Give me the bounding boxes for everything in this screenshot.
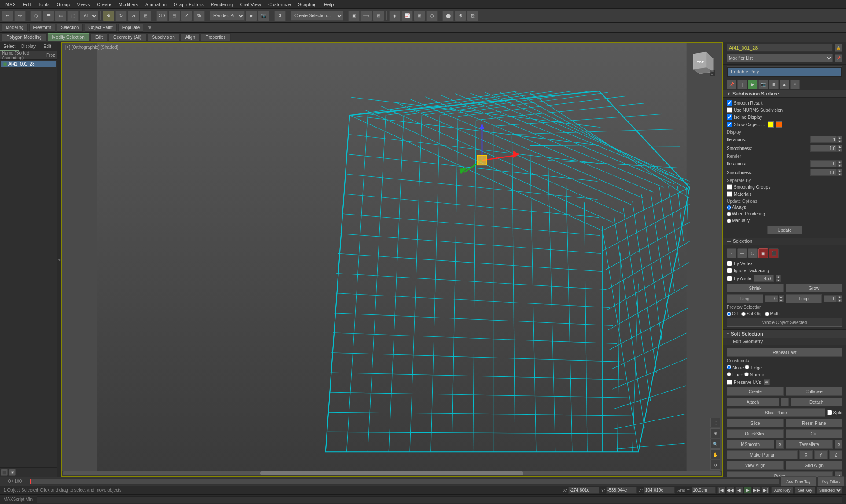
menu-views[interactable]: Views xyxy=(74,2,93,7)
always-radio-label[interactable]: Always xyxy=(727,205,746,210)
mod-active-btn[interactable]: ▶ xyxy=(748,80,758,89)
filter-dropdown[interactable]: All xyxy=(80,11,98,21)
when-rendering-radio-label[interactable]: When Rendering xyxy=(727,212,765,216)
timeline-track[interactable] xyxy=(30,478,779,485)
slice-plane-btn[interactable]: Slice Plane xyxy=(727,408,825,417)
layer-icon[interactable]: ⬛ xyxy=(1,469,8,476)
manually-radio-label[interactable]: Manually xyxy=(727,218,750,223)
redo-btn[interactable]: ↪ xyxy=(14,11,26,21)
soft-selection-collapse-btn[interactable]: + Soft Selection xyxy=(723,329,846,338)
maxscript-input[interactable] xyxy=(37,496,842,503)
angle-down[interactable]: ▼ xyxy=(776,278,781,282)
angle-up[interactable]: ▲ xyxy=(776,275,781,278)
loop-up[interactable]: ▲ xyxy=(837,295,842,299)
preview-multi-radio[interactable] xyxy=(765,312,769,316)
slice-btn[interactable]: Slice xyxy=(727,419,784,427)
menu-animation[interactable]: Animation xyxy=(142,2,170,7)
modifier-item-editable-poly[interactable]: Editable Poly xyxy=(728,68,841,76)
iterations-display-input[interactable] xyxy=(810,136,837,143)
shrink-btn[interactable]: Shrink xyxy=(727,284,784,292)
by-angle-input[interactable] xyxy=(754,275,774,282)
attach-list-btn[interactable]: ☰ xyxy=(781,398,789,406)
constraint-edge-radio[interactable] xyxy=(745,365,749,369)
constraint-normal-label[interactable]: Normal xyxy=(744,372,766,377)
constraint-normal-radio[interactable] xyxy=(744,372,749,376)
next-key-btn[interactable]: ▶▶ xyxy=(753,487,761,494)
light-icon[interactable]: ☀ xyxy=(9,469,16,476)
render-frame-window-btn[interactable]: 🖼 xyxy=(467,11,478,21)
update-button[interactable]: Update xyxy=(767,226,802,234)
tab-selection[interactable]: Selection xyxy=(57,24,83,32)
angle-snap-btn[interactable]: ∠ xyxy=(181,11,192,21)
ribbon-subdivision[interactable]: Subdivision xyxy=(147,33,180,41)
make-planar-btn[interactable]: Make Planar xyxy=(727,450,798,459)
smoothing-groups-checkbox[interactable] xyxy=(727,184,732,190)
ribbon-modify-selection[interactable]: Modify Selection xyxy=(48,33,89,41)
grid-input[interactable] xyxy=(692,487,716,494)
render-frame-btn[interactable]: 📷 xyxy=(258,11,269,21)
vertex-mode-btn[interactable]: · xyxy=(727,248,736,258)
mod-camera-btn[interactable]: 📷 xyxy=(758,80,768,89)
materials-checkbox[interactable] xyxy=(727,191,732,197)
x-btn[interactable]: X xyxy=(799,450,813,459)
play-back-btn[interactable]: ◀ xyxy=(735,487,743,494)
element-mode-btn[interactable]: ⬛ xyxy=(769,248,779,258)
menu-civil-view[interactable]: Civil View xyxy=(236,2,264,7)
open-slate-btn[interactable]: ◈ xyxy=(389,11,401,21)
ring-value-input[interactable] xyxy=(765,295,778,302)
isoline-display-checkbox[interactable] xyxy=(727,114,732,120)
rotate-btn[interactable]: ↻ xyxy=(115,11,127,21)
collapse-btn[interactable]: Collapse xyxy=(786,387,843,396)
undo-btn[interactable]: ↩ xyxy=(2,11,13,21)
mod-up-btn[interactable]: ▲ xyxy=(780,80,789,89)
view-align-btn[interactable]: View Align xyxy=(727,461,784,470)
ribbon-properties[interactable]: Properties xyxy=(201,33,231,41)
constraint-face-radio[interactable] xyxy=(727,372,731,376)
align-btn[interactable]: ⊞ xyxy=(373,11,384,21)
z-input[interactable] xyxy=(644,487,675,494)
menu-tools[interactable]: Tools xyxy=(35,2,53,7)
preview-subdiv-label[interactable]: SubObj xyxy=(741,311,761,316)
percent-snap-btn[interactable]: % xyxy=(193,11,205,21)
z-btn[interactable]: Z xyxy=(829,450,842,459)
smooth-rend-up[interactable]: ▲ xyxy=(837,169,842,172)
add-time-tag-btn[interactable]: Add Time Tag xyxy=(781,476,816,487)
iter-disp-down[interactable]: ▼ xyxy=(837,139,842,143)
smooth-result-checkbox[interactable] xyxy=(727,100,732,106)
grow-btn[interactable]: Grow xyxy=(786,284,843,292)
loop-btn[interactable]: Loop xyxy=(786,294,822,303)
menu-group[interactable]: Group xyxy=(53,2,74,7)
left-tab-display[interactable]: Display xyxy=(19,42,38,51)
grid-align-btn[interactable]: Grid Align xyxy=(786,461,843,470)
msmooth-settings-btn[interactable]: ⚙ xyxy=(776,440,784,449)
edit-geometry-header[interactable]: — Edit Geometry xyxy=(723,338,846,345)
viewport[interactable]: [+] [Orthographic] [Shaded] xyxy=(61,42,723,477)
constraint-edge-label[interactable]: Edge xyxy=(745,365,762,370)
viewport-scroll-h[interactable] xyxy=(62,471,722,476)
ring-down[interactable]: ▼ xyxy=(779,299,784,302)
viewport-scroll-thumb[interactable] xyxy=(260,471,523,475)
select-move-btn[interactable]: ✥ xyxy=(103,11,114,21)
by-angle-checkbox[interactable] xyxy=(727,276,732,281)
loop-down[interactable]: ▼ xyxy=(837,299,842,302)
loop-value-input[interactable] xyxy=(824,295,837,302)
render-btn[interactable]: ▶ xyxy=(246,11,257,21)
tab-object-paint[interactable]: Object Paint xyxy=(85,24,116,32)
vp-orbit-icon[interactable]: ↻ xyxy=(710,460,720,470)
preview-multi-label[interactable]: Multi xyxy=(765,311,780,316)
prev-frame-btn[interactable]: |◀ xyxy=(717,487,725,494)
select-obj-btn[interactable]: ⬡ xyxy=(30,11,42,21)
preview-subdiv-radio[interactable] xyxy=(741,312,746,316)
reset-plane-btn[interactable]: Reset Plane xyxy=(786,419,843,427)
iter-rend-down[interactable]: ▼ xyxy=(837,164,842,167)
smoothness-render-input[interactable] xyxy=(810,169,837,176)
preview-off-radio[interactable] xyxy=(727,312,731,316)
smooth-disp-down[interactable]: ▼ xyxy=(837,148,842,152)
selection-panel-header[interactable]: — Selection xyxy=(723,238,846,245)
when-rendering-radio[interactable] xyxy=(727,212,731,216)
mirror-btn[interactable]: ⟺ xyxy=(360,11,372,21)
mod-down-btn[interactable]: ▼ xyxy=(790,80,800,89)
mod-show-all-btn[interactable]: | xyxy=(737,80,747,89)
msmooth-btn[interactable]: MSmooth xyxy=(727,440,774,449)
constraint-none-label[interactable]: None xyxy=(727,365,744,370)
